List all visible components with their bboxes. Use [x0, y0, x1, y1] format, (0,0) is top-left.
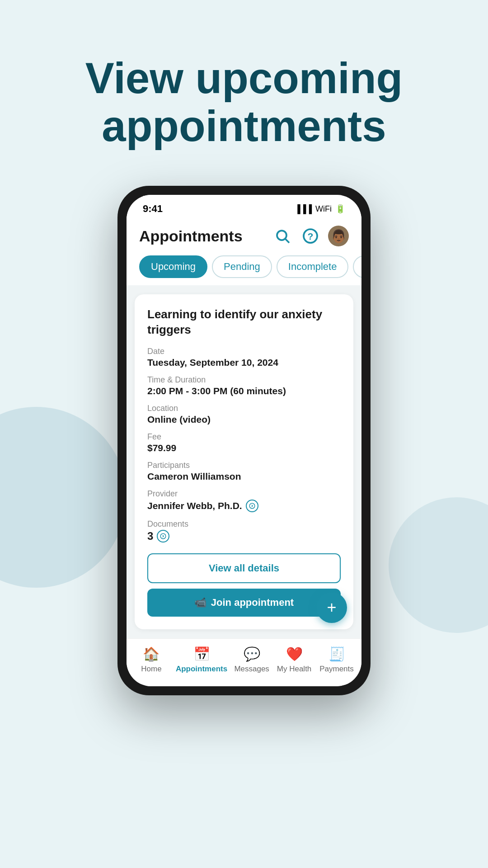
documents-link: 3 [147, 530, 341, 542]
nav-label-home: Home [141, 665, 161, 674]
action-buttons: View all details 📹 Join appointment + [147, 553, 341, 617]
app-header: Appointments ? [127, 218, 361, 252]
time-label: Time & Duration [147, 375, 341, 385]
arrow-right-icon [249, 503, 255, 509]
bg-circle-left [0, 407, 127, 588]
nav-label-messages: Messages [234, 665, 269, 674]
documents-field: Documents 3 [147, 519, 341, 542]
video-icon: 📹 [194, 597, 206, 609]
participants-label: Participants [147, 461, 341, 470]
avatar-icon: 👨🏾 [331, 229, 347, 244]
view-details-button[interactable]: View all details [147, 553, 341, 583]
location-value: Online (video) [147, 414, 341, 425]
status-time: 9:41 [143, 203, 163, 215]
svg-text:?: ? [308, 231, 314, 241]
wifi-icon: WiFi [315, 204, 332, 214]
messages-icon: 💬 [244, 646, 260, 662]
hero-section: View upcoming appointments [0, 0, 488, 177]
phone-frame: 9:41 ▐▐▐ WiFi 🔋 Appointments [117, 186, 371, 695]
date-field: Date Tuesday, September 10, 2024 [147, 347, 341, 368]
battery-icon: 🔋 [335, 204, 345, 214]
avatar[interactable]: 👨🏾 [328, 226, 349, 246]
location-field: Location Online (video) [147, 404, 341, 425]
bg-circle-right [389, 497, 488, 633]
bottom-nav: 🏠 Home 📅 Appointments 💬 Messages ❤️ My H… [127, 638, 361, 686]
documents-arrow-button[interactable] [157, 530, 169, 542]
time-field: Time & Duration 2:00 PM - 3:00 PM (60 mi… [147, 375, 341, 396]
svg-point-4 [249, 503, 255, 509]
nav-item-appointments[interactable]: 📅 Appointments [176, 646, 227, 674]
home-icon: 🏠 [143, 646, 160, 662]
join-appointment-button[interactable]: 📹 Join appointment [147, 589, 341, 617]
time-value: 2:00 PM - 3:00 PM (60 minutes) [147, 386, 341, 396]
nav-label-my-health: My Health [277, 665, 312, 674]
nav-item-my-health[interactable]: ❤️ My Health [276, 646, 312, 674]
documents-label: Documents [147, 519, 341, 529]
content-area: Learning to identify our anxiety trigger… [127, 285, 361, 638]
tab-incomplete[interactable]: Incomplete [277, 255, 349, 278]
appointment-title: Learning to identify our anxiety trigger… [147, 307, 341, 338]
header-icons: ? 👨🏾 [272, 226, 349, 246]
provider-link: Jennifer Webb, Ph.D. [147, 500, 341, 512]
app-title: Appointments [139, 227, 243, 245]
signal-icon: ▐▐▐ [295, 204, 312, 214]
participants-value: Cameron Williamson [147, 471, 341, 482]
status-icons: ▐▐▐ WiFi 🔋 [295, 204, 345, 214]
tab-upcoming[interactable]: Upcoming [139, 255, 207, 278]
nav-label-payments: Payments [319, 665, 354, 674]
provider-value: Jennifer Webb, Ph.D. [147, 500, 242, 511]
location-label: Location [147, 404, 341, 413]
hero-title: View upcoming appointments [36, 54, 452, 150]
fee-field: Fee $79.99 [147, 432, 341, 453]
date-label: Date [147, 347, 341, 356]
help-button[interactable]: ? [300, 226, 321, 246]
participants-field: Participants Cameron Williamson [147, 461, 341, 482]
documents-count: 3 [147, 530, 153, 542]
nav-item-home[interactable]: 🏠 Home [133, 646, 169, 674]
provider-arrow-button[interactable] [246, 500, 258, 512]
payments-icon: 🧾 [328, 646, 345, 662]
svg-point-0 [277, 231, 286, 240]
status-bar: 9:41 ▐▐▐ WiFi 🔋 [127, 195, 361, 218]
tabs-container: Upcoming Pending Incomplete Past [127, 252, 361, 285]
nav-label-appointments: Appointments [176, 665, 227, 674]
tab-pending[interactable]: Pending [212, 255, 272, 278]
svg-line-1 [286, 239, 289, 243]
fab-button[interactable]: + [316, 592, 347, 623]
phone-screen: 9:41 ▐▐▐ WiFi 🔋 Appointments [127, 195, 361, 686]
tab-past[interactable]: Past [353, 255, 361, 278]
nav-item-payments[interactable]: 🧾 Payments [319, 646, 355, 674]
arrow-right-docs-icon [160, 533, 166, 539]
help-icon: ? [302, 228, 319, 244]
appointments-icon: 📅 [193, 646, 210, 662]
provider-label: Provider [147, 489, 341, 499]
search-icon [274, 228, 291, 244]
svg-point-5 [161, 533, 166, 539]
join-button-label: Join appointment [211, 597, 294, 609]
my-health-icon: ❤️ [286, 646, 303, 662]
search-button[interactable] [272, 226, 293, 246]
appointment-card: Learning to identify our anxiety trigger… [135, 294, 353, 629]
fee-label: Fee [147, 432, 341, 442]
provider-field: Provider Jennifer Webb, Ph.D. [147, 489, 341, 512]
phone-mockup: 9:41 ▐▐▐ WiFi 🔋 Appointments [117, 186, 371, 695]
nav-item-messages[interactable]: 💬 Messages [234, 646, 270, 674]
fee-value: $79.99 [147, 443, 341, 453]
fab-icon: + [327, 598, 336, 617]
date-value: Tuesday, September 10, 2024 [147, 357, 341, 368]
